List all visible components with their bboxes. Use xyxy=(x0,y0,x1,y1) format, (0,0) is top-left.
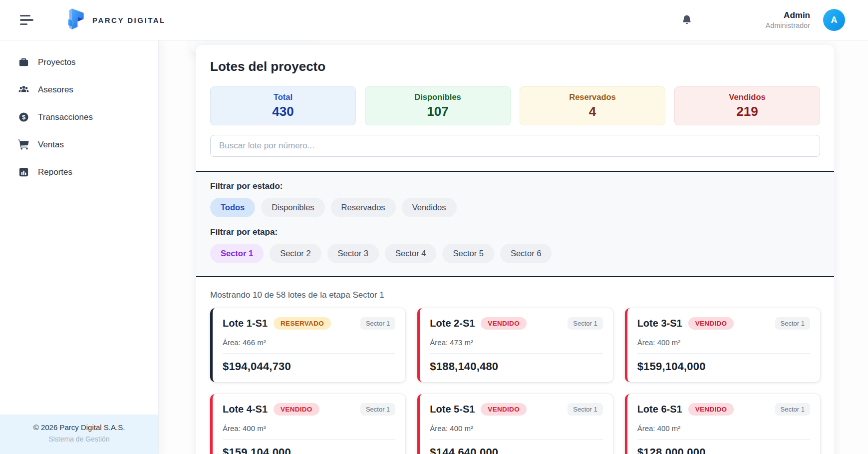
filter-estado-label: Filtrar por estado: xyxy=(210,181,820,191)
stat-label: Vendidos xyxy=(729,92,765,102)
hamburger-menu-icon[interactable] xyxy=(20,14,35,26)
divider xyxy=(430,353,602,354)
lot-title: Lote 5-S1 xyxy=(430,404,475,415)
briefcase-icon xyxy=(18,56,29,68)
etapa-pill-sector-5[interactable]: Sector 5 xyxy=(442,244,494,263)
status-badge: VENDIDO xyxy=(274,403,319,416)
sector-badge: Sector 1 xyxy=(360,317,395,330)
status-badge: RESERVADO xyxy=(274,317,331,330)
lot-card-lote-1-s1[interactable]: Lote 1-S1 RESERVADO Sector 1 Área: 466 m… xyxy=(210,308,405,382)
status-badge: VENDIDO xyxy=(481,317,527,330)
stat-value: 430 xyxy=(272,104,293,119)
cart-icon xyxy=(18,139,29,150)
stat-label: Reservados xyxy=(569,92,616,102)
stat-value: 107 xyxy=(427,104,448,119)
sector-badge: Sector 1 xyxy=(775,403,810,416)
stat-card-reservados: Reservados 4 xyxy=(520,86,665,125)
user-name: Admin xyxy=(766,10,810,20)
brand-name: PARCY DIGITAL xyxy=(92,16,166,24)
etapa-pill-sector-1[interactable]: Sector 1 xyxy=(210,244,264,263)
stat-value: 219 xyxy=(736,104,758,119)
stat-card-disponibles: Disponibles 107 xyxy=(365,86,511,125)
sidebar-item-label: Reportes xyxy=(38,167,72,177)
sidebar-item-transacciones[interactable]: $ Transacciones xyxy=(0,103,158,131)
lot-price: $128,000,000 xyxy=(637,446,810,454)
lot-title: Lote 1-S1 xyxy=(223,318,268,329)
sidebar-item-asesores[interactable]: Asesores xyxy=(0,76,158,103)
lot-card-lote-2-s1[interactable]: Lote 2-S1 VENDIDO Sector 1 Área: 473 m² … xyxy=(417,308,612,382)
estado-pill-reservados[interactable]: Reservados xyxy=(331,198,396,217)
lot-price: $188,140,480 xyxy=(430,360,602,373)
sidebar: Proyectos Asesores $ Transacciones Venta… xyxy=(0,40,159,454)
dollar-icon: $ xyxy=(18,111,29,123)
filter-section: Filtrar por estado: Todos Disponibles Re… xyxy=(196,171,834,277)
lot-area: Área: 400 m² xyxy=(637,424,810,433)
sector-badge: Sector 1 xyxy=(360,403,395,416)
system-subtitle: Sistema de Gestión xyxy=(5,435,153,443)
etapa-pill-sector-6[interactable]: Sector 6 xyxy=(500,244,552,263)
sidebar-item-label: Asesores xyxy=(38,85,73,95)
sidebar-item-label: Proyectos xyxy=(38,57,76,67)
sidebar-item-ventas[interactable]: Ventas xyxy=(0,131,158,158)
lot-price: $159,104,000 xyxy=(223,446,395,454)
user-role: Administrador xyxy=(766,21,810,30)
stat-card-total: Total 430 xyxy=(210,86,356,125)
stat-card-vendidos: Vendidos 219 xyxy=(674,86,820,125)
estado-pills: Todos Disponibles Reservados Vendidos xyxy=(210,198,820,217)
stat-label: Disponibles xyxy=(414,92,461,102)
copyright-text: © 2026 Parcy Digital S.A.S. xyxy=(5,423,153,432)
lot-title: Lote 6-S1 xyxy=(637,404,682,415)
etapa-pill-sector-4[interactable]: Sector 4 xyxy=(385,244,436,263)
users-icon xyxy=(18,84,29,95)
estado-pill-vendidos[interactable]: Vendidos xyxy=(402,198,457,217)
lot-title: Lote 2-S1 xyxy=(430,318,475,329)
lot-area: Área: 400 m² xyxy=(430,424,602,433)
notifications-bell-icon[interactable] xyxy=(681,14,693,26)
lot-price: $144,640,000 xyxy=(430,446,602,454)
sidebar-nav: Proyectos Asesores $ Transacciones Venta… xyxy=(0,48,158,186)
sidebar-item-label: Transacciones xyxy=(38,112,93,122)
estado-pill-disponibles[interactable]: Disponibles xyxy=(261,198,324,217)
lot-card-lote-4-s1[interactable]: Lote 4-S1 VENDIDO Sector 1 Área: 400 m² … xyxy=(210,394,405,454)
stats-row: Total 430 Disponibles 107 Reservados 4 V… xyxy=(210,86,820,125)
lot-title: Lote 3-S1 xyxy=(637,318,682,329)
sector-badge: Sector 1 xyxy=(568,403,602,416)
logo-mark-icon xyxy=(65,7,86,32)
sector-badge: Sector 1 xyxy=(775,317,810,330)
showing-count-text: Mostrando 10 de 58 lotes de la etapa Sec… xyxy=(210,290,820,300)
user-menu[interactable]: Admin Administrador xyxy=(766,10,810,29)
divider xyxy=(430,439,602,440)
stat-value: 4 xyxy=(589,104,596,119)
divider xyxy=(223,353,395,354)
brand-logo[interactable]: PARCY DIGITAL xyxy=(65,7,166,32)
etapa-pill-sector-2[interactable]: Sector 2 xyxy=(270,244,321,263)
search-input[interactable] xyxy=(210,135,820,157)
etapa-pill-sector-3[interactable]: Sector 3 xyxy=(327,244,379,263)
svg-text:$: $ xyxy=(22,114,25,121)
lot-card-lote-3-s1[interactable]: Lote 3-S1 VENDIDO Sector 1 Área: 400 m² … xyxy=(625,308,820,382)
avatar[interactable]: A xyxy=(823,9,845,31)
lot-card-lote-6-s1[interactable]: Lote 6-S1 VENDIDO Sector 1 Área: 400 m² … xyxy=(625,394,820,454)
lot-price: $194,044,730 xyxy=(223,360,395,373)
sidebar-item-reportes[interactable]: Reportes xyxy=(0,158,158,186)
lot-area: Área: 400 m² xyxy=(637,338,810,347)
status-badge: VENDIDO xyxy=(688,317,734,330)
lot-price: $159,104,000 xyxy=(637,360,810,373)
sidebar-item-proyectos[interactable]: Proyectos xyxy=(0,48,158,76)
etapa-pills: Sector 1 Sector 2 Sector 3 Sector 4 Sect… xyxy=(210,244,820,263)
estado-pill-todos[interactable]: Todos xyxy=(210,198,255,217)
top-header: PARCY DIGITAL Admin Administrador A xyxy=(0,0,868,40)
divider xyxy=(223,439,395,440)
lot-area: Área: 466 m² xyxy=(223,338,395,347)
status-badge: VENDIDO xyxy=(688,403,734,416)
stat-label: Total xyxy=(274,92,292,102)
main-area: Lotes del proyecto Total 430 Disponibles… xyxy=(159,40,868,454)
lots-grid: Lote 1-S1 RESERVADO Sector 1 Área: 466 m… xyxy=(210,308,820,454)
chart-icon xyxy=(18,166,29,178)
lots-panel: Lotes del proyecto Total 430 Disponibles… xyxy=(196,45,834,454)
lot-area: Área: 473 m² xyxy=(430,338,602,347)
lot-area: Área: 400 m² xyxy=(223,424,395,433)
sidebar-item-label: Ventas xyxy=(38,140,64,150)
sidebar-footer: © 2026 Parcy Digital S.A.S. Sistema de G… xyxy=(0,415,158,454)
lot-card-lote-5-s1[interactable]: Lote 5-S1 VENDIDO Sector 1 Área: 400 m² … xyxy=(417,394,612,454)
